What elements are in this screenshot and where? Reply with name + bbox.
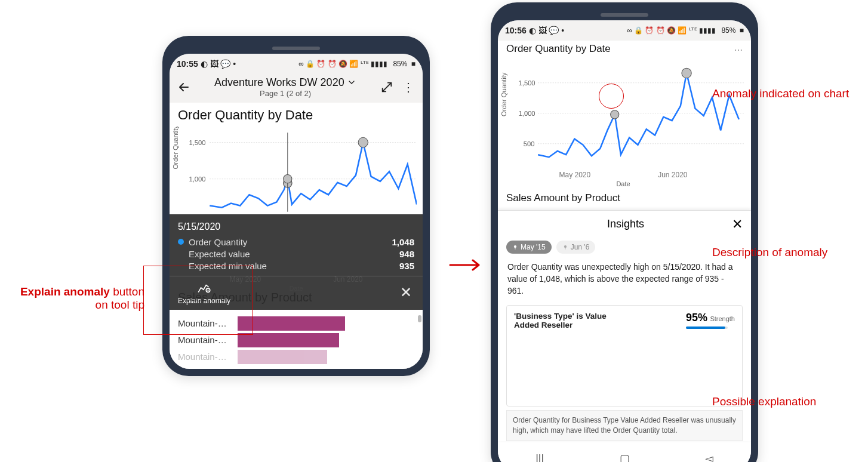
status-time: 10:55 bbox=[177, 59, 198, 69]
svg-text:500: 500 bbox=[524, 140, 535, 147]
android-nav-bar: ||| ▢ ◅ bbox=[498, 446, 751, 462]
bar-row: Mountain-… bbox=[178, 350, 414, 364]
line-chart[interactable]: Order Quantity 1,500 1,000 bbox=[170, 123, 423, 214]
chart-title: Order Quantity by Date bbox=[170, 103, 423, 123]
arrow-icon bbox=[449, 258, 485, 272]
chip-may15[interactable]: May '15 bbox=[506, 241, 552, 254]
line-chart-svg: Order Quantity 1,500 1,000 500 bbox=[501, 58, 745, 168]
status-left-icons: ◐ 🖼 💬 • bbox=[201, 59, 236, 69]
status-time: 10:56 bbox=[505, 26, 527, 35]
tooltip-date: 5/15/2020 bbox=[178, 221, 414, 232]
chart-title: Order Quantity by Date bbox=[498, 41, 751, 55]
status-battery: 85% bbox=[393, 60, 407, 68]
callout-anomaly-chart: Anomaly indicated on chart bbox=[712, 87, 849, 100]
chart-more-button[interactable]: ⋯ bbox=[734, 45, 743, 55]
status-right-icons: ∞ 🔒 ⏰ ⏰ 🔕 📶 ᴸᵀᴱ ▮▮▮▮ bbox=[627, 26, 716, 35]
anomaly-marker-icon bbox=[284, 175, 292, 188]
page-subtitle: Page 1 (2 of 2) bbox=[197, 89, 374, 98]
svg-point-7 bbox=[358, 137, 368, 147]
insights-close-button[interactable]: ✕ bbox=[732, 217, 743, 232]
svg-text:Order Quantity: Order Quantity bbox=[173, 127, 179, 169]
chevron-down-icon bbox=[347, 78, 356, 87]
callout-highlight-circle bbox=[599, 84, 624, 109]
callout-description: Description of anomaly bbox=[712, 246, 827, 259]
svg-text:1,500: 1,500 bbox=[519, 79, 535, 87]
bar-row: Mountain-… bbox=[178, 333, 414, 347]
insights-title: Insights bbox=[519, 218, 732, 230]
line-chart-svg: Order Quantity 1,500 1,000 bbox=[173, 127, 417, 212]
insights-card[interactable]: 'Business Type' is Value Added Reseller … bbox=[506, 305, 743, 406]
insights-card-title: 'Business Type' is Value Added Reseller bbox=[514, 312, 615, 329]
anomaly-marker-icon bbox=[611, 110, 619, 119]
line-chart[interactable]: Order Quantity 1,500 1,000 500 bbox=[498, 55, 751, 190]
callout-highlight-box bbox=[143, 266, 253, 335]
status-bar-left: 10:55 ◐ 🖼 💬 • ∞ 🔒 ⏰ ⏰ 🔕 📶 ᴸᵀᴱ ▮▮▮▮ 85% ■ bbox=[170, 54, 423, 74]
nav-home-icon[interactable]: ▢ bbox=[620, 452, 630, 462]
status-bar-right: 10:56 ◐ 🖼 💬 • ∞ 🔒 ⏰ ⏰ 🔕 📶 ᴸᵀᴱ ▮▮▮▮ 85% ■ bbox=[498, 20, 751, 41]
pin-icon bbox=[512, 244, 518, 250]
svg-point-19 bbox=[514, 245, 516, 248]
app-header: Adventure Works DW 2020 Page 1 (2 of 2) … bbox=[170, 74, 423, 103]
phone-speaker bbox=[601, 13, 648, 17]
status-battery: 85% bbox=[721, 26, 735, 35]
scrollbar-icon bbox=[418, 315, 421, 322]
status-left-icons: ◐ 🖼 💬 • bbox=[529, 26, 565, 35]
svg-text:Order Quantity: Order Quantity bbox=[501, 72, 507, 116]
phone-speaker bbox=[272, 47, 320, 50]
svg-point-17 bbox=[611, 110, 619, 119]
anomaly-marker-icon bbox=[682, 68, 691, 78]
svg-point-20 bbox=[564, 245, 567, 248]
anomaly-marker-icon bbox=[358, 137, 368, 147]
insights-footer: Order Quantity for Business Type Value A… bbox=[506, 410, 743, 441]
x-axis-ticks: May 2020Jun 2020 bbox=[525, 171, 721, 179]
report-title[interactable]: Adventure Works DW 2020 bbox=[197, 76, 374, 89]
svg-text:1,000: 1,000 bbox=[189, 175, 206, 183]
svg-point-18 bbox=[682, 68, 691, 78]
insights-strength-label: Strength bbox=[710, 315, 735, 322]
bar-fill bbox=[238, 333, 339, 347]
series-bullet-icon bbox=[178, 239, 184, 245]
back-button[interactable] bbox=[176, 79, 192, 96]
bar-fill bbox=[238, 316, 345, 331]
more-menu-button[interactable]: ⋮ bbox=[400, 79, 417, 96]
insights-description: Order Quantity was unexpectedly high on … bbox=[498, 256, 751, 302]
section-title: Sales Amount by Product bbox=[498, 190, 751, 208]
svg-text:1,000: 1,000 bbox=[519, 110, 535, 117]
callout-explanation: Possible explanation bbox=[712, 395, 816, 408]
phone-right: 10:56 ◐ 🖼 💬 • ∞ 🔒 ⏰ ⏰ 🔕 📶 ᴸᵀᴱ ▮▮▮▮ 85% ■… bbox=[491, 2, 758, 462]
svg-text:1,500: 1,500 bbox=[189, 139, 206, 146]
nav-recents-icon[interactable]: ||| bbox=[535, 452, 544, 462]
insights-strength-pct: 95% bbox=[686, 312, 707, 324]
status-right-icons: ∞ 🔒 ⏰ ⏰ 🔕 📶 ᴸᵀᴱ ▮▮▮▮ bbox=[298, 60, 387, 68]
x-axis-title: Date bbox=[501, 180, 745, 187]
nav-back-icon[interactable]: ◅ bbox=[705, 452, 713, 462]
pin-icon bbox=[562, 244, 568, 250]
expand-button[interactable] bbox=[378, 79, 395, 96]
bar-fill bbox=[238, 350, 327, 364]
strength-bar bbox=[686, 327, 728, 329]
svg-point-6 bbox=[284, 175, 292, 183]
chip-jun6[interactable]: Jun '6 bbox=[556, 241, 596, 254]
callout-explain-anomaly: Explain anomaly button on tool tip bbox=[7, 285, 144, 312]
